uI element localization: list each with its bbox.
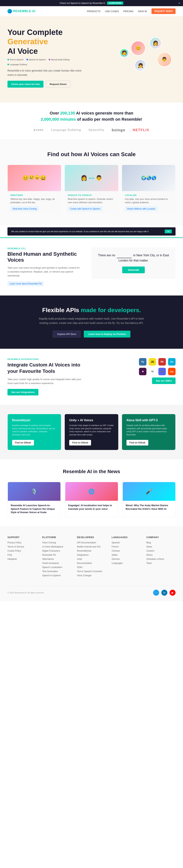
fill-learn-more[interactable]: Learn more about Resemble Fill [7, 281, 44, 286]
footer-blog[interactable]: Blog [146, 541, 176, 544]
nav-logo[interactable]: RESEMBLE.AI [7, 9, 35, 13]
youtube-icon[interactable]: ▶ [170, 590, 176, 596]
hero-demo-btn[interactable]: Request Demo [46, 81, 71, 88]
integrations-right: Py JS Rb Go ✦ TD 🎮 Zap See our SDKs [97, 358, 176, 384]
footer-careers[interactable]: Careers [146, 550, 176, 552]
news-card-1: 🎙️ Resemble AI Launches Speech-to-Speech… [8, 482, 61, 517]
footer-italian[interactable]: Italian [112, 554, 141, 556]
footer-sts[interactable]: Speech-to-Speech [42, 574, 71, 577]
deploy-btn[interactable]: Learn how to Deploy on Premise [84, 331, 131, 338]
fill-generate-btn[interactable]: Generate [122, 267, 145, 273]
footer-privacy[interactable]: Privacy Policy [7, 541, 37, 544]
scale-section: Find out how AI Voices can Scale 😊 😢 😠 😄… [0, 140, 183, 225]
footer-schedule-demo[interactable]: Schedule a Demo [146, 558, 176, 560]
footer-cookie[interactable]: Cookie Policy [7, 550, 37, 552]
footer-resemble-fill[interactable]: Resemble Fill [42, 554, 71, 556]
logo-byars: BYARS [34, 128, 44, 131]
sdk-logos: Py JS Rb Go [139, 358, 176, 366]
footer-mobile[interactable]: Mobile Android and IOS [77, 546, 106, 548]
sdk-zapier: Zap [168, 368, 176, 375]
footer-integrations[interactable]: Integrations [77, 554, 106, 556]
localize-tag: LOCALIZE [125, 194, 173, 196]
news-section: Resemble AI in the News 🎙️ Resemble AI L… [0, 459, 183, 527]
avatar-3: 👨 [157, 52, 172, 67]
footer-tts-converter[interactable]: Text to Speech Converter [77, 570, 106, 573]
footer-ethics[interactable]: Ethics [146, 554, 176, 556]
apis-section: Flexible APIs made for developers. Rapid… [0, 296, 183, 349]
footer-ai-marketplace[interactable]: AI Voice Marketplace [42, 546, 71, 548]
footer-voice-changer[interactable]: Voice Changer [77, 574, 106, 577]
footer-support-title: SUPPORT [7, 536, 37, 539]
speech-link[interactable]: Create with Speech to Speech [68, 207, 102, 211]
banner-close[interactable]: × [179, 2, 180, 5]
news-1-image: 🎙️ [8, 482, 61, 501]
localize-link[interactable]: Reach Millions with Localize [125, 207, 157, 211]
nav-pricing[interactable]: PRICING [123, 10, 133, 13]
footer-company: COMPANY Blog News Careers Ethics Schedul… [146, 536, 176, 578]
footer-text-gen[interactable]: Text Generation [42, 570, 71, 573]
banner-learn-more[interactable]: LEARN MORE [107, 1, 123, 5]
tag-sts: Speech-to-Speech [27, 59, 46, 61]
footer: SUPPORT Privacy Policy Terms of Service … [0, 527, 183, 601]
logo-netflix: NETFLIX [133, 128, 149, 132]
nav-use-cases[interactable]: USE CASES [105, 10, 119, 13]
footer-documentation[interactable]: Documentation [77, 562, 106, 564]
integrations-inner: RESEMBLE INTEGRATIONS Integrate Custom A… [7, 358, 176, 396]
fill-label: RESEMBLE FILL [7, 247, 80, 250]
integrations-label: RESEMBLE INTEGRATIONS [7, 358, 86, 360]
sample-resemblyzer: Resemblyzer A python package to analyze … [8, 414, 61, 450]
footer-chinese[interactable]: Chinese [112, 550, 141, 552]
clone-voice-btn[interactable]: Clone your voice for free [7, 81, 43, 88]
footer-alternatives[interactable]: Alternatives [42, 558, 71, 560]
avatar-5: 🧑 [119, 48, 129, 58]
footer-platform: PLATFORM Voice Cloning AI Voice Marketpl… [42, 536, 71, 578]
footer-news[interactable]: News [146, 546, 176, 548]
fill-demo-text: There are no in New York City, or in Eas… [97, 253, 170, 263]
footer-helpdesk[interactable]: Helpdesk [7, 558, 37, 560]
footer-sdks[interactable]: SDKs [77, 566, 106, 568]
footer-copyright: © 2023 Resemble AI. All rights reserved. [7, 592, 44, 594]
avatar-2: 👩 [149, 37, 161, 49]
fill-left: RESEMBLE FILL Blend Human and Synthetic … [7, 247, 80, 286]
footer-tos[interactable]: Terms of Service [7, 546, 37, 548]
footer-voice-cloning[interactable]: Voice Cloning [42, 541, 71, 544]
fill-title: Blend Human and Synthetic Voices [7, 251, 80, 263]
speech-desc: Real-time speech to speech. Granular con… [68, 197, 115, 204]
sample-3-btn[interactable]: Find on Github [126, 440, 148, 445]
api-docs-btn[interactable]: Explore API Docs [52, 331, 81, 338]
news-card-2: 🌐 Engadget: AI localization tool helps t… [65, 482, 118, 517]
footer-team[interactable]: Team [146, 562, 176, 564]
sample-1-btn[interactable]: Find on Github [12, 440, 34, 445]
integrations-description: Take your custom high-quality AI voices … [7, 377, 86, 385]
nav-request-demo[interactable]: REQUEST DEMO [151, 8, 176, 14]
linkedin-icon[interactable]: in [161, 590, 167, 596]
footer-languages-link[interactable]: Languages [112, 562, 141, 564]
scale-title: Find out how AI Voices can Scale [7, 151, 176, 157]
footer-languages-title: LANGUAGES [112, 536, 141, 539]
footer-api-docs[interactable]: API Documentation [77, 541, 106, 544]
footer-smart-assistants[interactable]: Smart Assistants [42, 562, 71, 564]
localize-body: LOCALIZE Any data. Use your voice across… [122, 191, 176, 214]
footer-resembleyzer[interactable]: ResemblEyzer [77, 550, 106, 552]
footer-german[interactable]: German [112, 558, 141, 560]
footer-faq[interactable]: FAQ [7, 554, 37, 556]
stats-section: Over 200,135 AI voices generate more tha… [0, 102, 183, 140]
cookie-ok-btn[interactable]: Ok [165, 229, 172, 233]
emotions-link[interactable]: Real-time Voice Cloning [11, 207, 39, 211]
footer-spanish[interactable]: Spanish [112, 541, 141, 544]
footer-french[interactable]: French [112, 546, 141, 548]
twitter-icon[interactable]: 🐦 [153, 590, 159, 596]
news-3-title: Wired: Why The Andy Warhol Diaries Recre… [126, 504, 172, 510]
see-integrations-btn[interactable]: See our Integrations [7, 389, 38, 396]
nav-signin[interactable]: SIGN IN [138, 10, 147, 13]
sample-2-btn[interactable]: Find on Github [69, 440, 91, 445]
top-banner: Check out Speech-to-Speech by Resemble A… [0, 0, 183, 6]
fill-description: Take your real voice recordings and spri… [7, 266, 80, 278]
footer-speech-localization[interactable]: Speech Localization [42, 566, 71, 568]
nav-products[interactable]: PRODUCTS [87, 10, 101, 13]
footer-unity[interactable]: Unity [77, 558, 106, 560]
logo-speechify: Speechify [88, 128, 104, 132]
see-sdks-btn[interactable]: See our SDKs [152, 377, 176, 384]
news-1-title: Resemble AI Launches Speech-to-Speech Fe… [11, 504, 58, 514]
footer-digital-chars[interactable]: Digital Characters [42, 550, 71, 552]
